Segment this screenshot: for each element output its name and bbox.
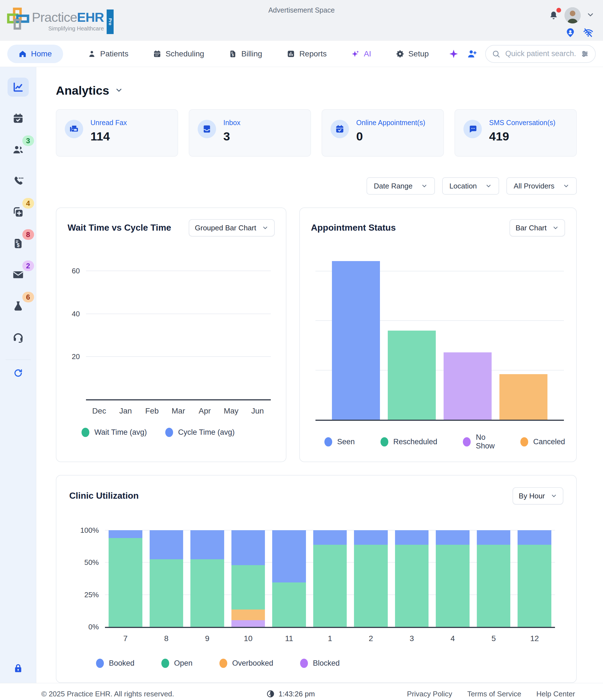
legend-item: Cycle Time (avg) [165, 428, 235, 437]
logo-text-practice: Practice [32, 10, 77, 25]
clinic-utilization-view-select[interactable]: By Hour [512, 487, 563, 504]
stat-card-unread-fax[interactable]: Unread Fax 114 [56, 109, 178, 157]
x-tick-label: 8 [146, 634, 187, 643]
invoice-dollar-icon: $ [12, 238, 24, 249]
stat-label: Unread Fax [91, 119, 127, 127]
sidebar-item-support[interactable] [7, 328, 29, 347]
refresh-icon[interactable] [14, 368, 23, 379]
wifi-off-icon[interactable] [583, 27, 594, 38]
x-tick-label: 7 [105, 634, 146, 643]
x-tick-label: Jun [244, 406, 271, 416]
legend-dot [165, 428, 173, 437]
badge-count: 4 [22, 198, 34, 208]
legend-dot [300, 659, 308, 668]
wait-cycle-x-axis: DecJanFebMarAprMayJun [86, 406, 271, 416]
bar-no-show [444, 352, 492, 420]
stat-label: SMS Conversation(s) [489, 119, 556, 127]
search-input[interactable] [505, 49, 576, 58]
stacked-bar-4 [436, 530, 470, 627]
patient-icon [87, 50, 96, 58]
stacked-bar-2 [354, 530, 388, 627]
chevron-down-icon [485, 183, 492, 189]
sidebar-item-messages[interactable]: 2 [7, 265, 29, 284]
badge-count: 8 [22, 229, 34, 240]
filter-label: All Providers [514, 182, 554, 191]
gear-icon [396, 50, 404, 58]
stat-label: Inbox [223, 119, 241, 127]
legend-item: No Show [463, 433, 495, 450]
filter-sliders-icon[interactable] [581, 50, 589, 58]
segment-booked [150, 530, 183, 559]
badge-count: 6 [22, 292, 34, 302]
profile-chevron-down-icon[interactable] [586, 10, 595, 20]
legend-label: Seen [337, 438, 355, 446]
sidebar-item-billing[interactable]: $ 8 [7, 234, 29, 253]
lock-icon[interactable] [13, 663, 23, 675]
ai-assistant-sparkle-icon[interactable] [448, 49, 459, 59]
legend-item: Rescheduled [380, 437, 437, 447]
add-patient-icon[interactable] [467, 49, 477, 59]
providers-filter[interactable]: All Providers [506, 177, 577, 195]
nav-item-scheduling[interactable]: Scheduling [153, 49, 204, 58]
nav-item-setup[interactable]: Setup [396, 49, 429, 58]
sidebar-item-prescriptions[interactable]: 4 [7, 203, 29, 222]
segment-open [191, 559, 224, 627]
chart-line-icon [12, 81, 24, 93]
bars-area [316, 253, 564, 420]
segment-overbooked [231, 609, 265, 620]
badge-count: 2 [22, 260, 34, 271]
nav-item-ai[interactable]: AI [351, 49, 371, 58]
x-tick-label: May [218, 406, 245, 416]
billing-invoice-icon: $ [229, 50, 237, 58]
y-tick-label: 100% [80, 526, 99, 535]
x-tick-label: Apr [192, 406, 218, 416]
legend-dot [81, 428, 89, 437]
stat-cards: Unread Fax 114 Inbox 3 [56, 109, 577, 157]
legend-dot [463, 437, 471, 447]
location-filter[interactable]: Location [442, 177, 499, 195]
bars-area [86, 254, 271, 399]
sidebar-item-schedule[interactable] [7, 109, 29, 128]
chevron-down-icon [563, 183, 570, 189]
date-range-filter[interactable]: Date Range [367, 177, 435, 195]
appointment-status-plot [316, 253, 564, 421]
nav-item-patients[interactable]: Patients [87, 49, 128, 58]
stat-card-inbox[interactable]: Inbox 3 [189, 109, 311, 157]
user-avatar[interactable] [564, 7, 581, 23]
sidebar-item-calls[interactable] [7, 171, 29, 191]
nav-item-billing[interactable]: $ Billing [229, 49, 262, 58]
sidebar-item-patients[interactable]: 3 [7, 140, 29, 159]
stacked-bar-7 [108, 530, 142, 627]
wait-cycle-view-select[interactable]: Grouped Bar Chart [189, 219, 275, 236]
legend-label: Cycle Time (avg) [178, 428, 235, 437]
nav-item-home[interactable]: Home [7, 45, 63, 63]
notifications-bell-icon[interactable] [548, 9, 559, 21]
appointment-status-view-select[interactable]: Bar Chart [509, 219, 565, 236]
footer-time: 1:43:26 pm [266, 690, 315, 698]
segment-booked [395, 530, 429, 545]
legend-label: Blocked [313, 659, 340, 668]
rx-plus-icon [12, 206, 24, 218]
title-chevron-down-icon[interactable] [115, 86, 123, 96]
stat-card-online-appointments[interactable]: Online Appointment(s) 0 [322, 109, 444, 157]
svg-text:$: $ [17, 242, 20, 248]
help-center-link[interactable]: Help Center [536, 690, 575, 698]
quick-patient-search [485, 45, 596, 63]
location-person-pin-icon[interactable] [565, 27, 576, 38]
sidebar-item-labs[interactable]: 6 [7, 297, 29, 316]
phone-icon [12, 175, 24, 187]
stat-card-sms-conversations[interactable]: SMS Conversation(s) 419 [454, 109, 577, 157]
legend-item: Booked [96, 659, 134, 668]
sidebar-item-analytics[interactable] [7, 78, 29, 97]
privacy-policy-link[interactable]: Privacy Policy [407, 690, 452, 698]
calendar-check-icon [12, 112, 24, 124]
chevron-down-icon [552, 224, 559, 231]
bar-seen [332, 261, 380, 420]
legend-dot [96, 659, 104, 668]
x-tick-label: Feb [139, 406, 165, 416]
nav-item-reports[interactable]: Reports [287, 49, 327, 58]
x-tick-label: 3 [392, 634, 432, 643]
main-content: Analytics Unread Fax 114 [36, 67, 603, 683]
terms-of-service-link[interactable]: Terms of Service [467, 690, 522, 698]
brand-logo[interactable]: PracticeEHR Simplifying Healthcare Pro [6, 7, 114, 34]
